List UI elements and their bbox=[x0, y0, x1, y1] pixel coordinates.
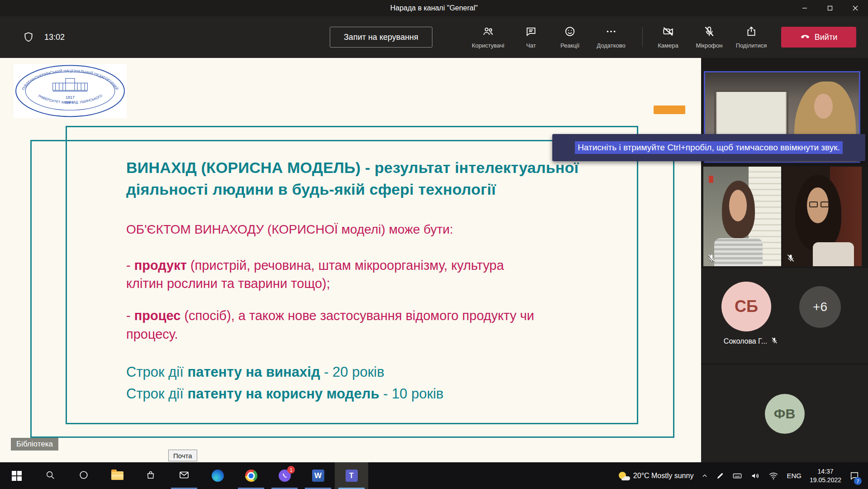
university-emblem: ПІВДЕННОУКРАЇНСЬКИЙ НАЦІОНАЛЬНИЙ ПЕДАГОГ… bbox=[14, 64, 127, 118]
folder-icon bbox=[111, 471, 123, 480]
shared-screen-slide: ПІВДЕННОУКРАЇНСЬКИЙ НАЦІОНАЛЬНИЙ ПЕДАГОГ… bbox=[0, 58, 701, 462]
camera-off-icon bbox=[662, 26, 674, 39]
svg-text:ОДЕСА: ОДЕСА bbox=[65, 101, 76, 104]
ellipsis-icon bbox=[605, 26, 617, 39]
meeting-timer: 13:02 bbox=[44, 33, 65, 42]
share-icon bbox=[745, 26, 757, 39]
tray-date: 19.05.2022 bbox=[810, 476, 841, 484]
viber-button[interactable]: 1 bbox=[268, 462, 301, 489]
participants-panel: СБ +6 Соколова Г... ФВ bbox=[701, 58, 868, 462]
cortana-button[interactable] bbox=[67, 462, 100, 489]
slide-patent-terms: Строк дії патенту на винахід - 20 років … bbox=[126, 361, 642, 405]
network-icon[interactable] bbox=[764, 462, 783, 489]
accreditation-badge bbox=[654, 105, 685, 114]
cortana-icon bbox=[79, 470, 89, 482]
mail-tooltip: Почта bbox=[168, 450, 197, 461]
envelope-icon bbox=[179, 470, 190, 482]
leave-meeting-button[interactable]: Вийти bbox=[781, 27, 856, 48]
muted-mic-icon bbox=[771, 337, 778, 346]
action-center-button[interactable]: 7 bbox=[845, 462, 863, 489]
close-button[interactable] bbox=[843, 0, 868, 16]
weather-text: 20°C Mostly sunny bbox=[633, 472, 694, 480]
slide-product-paragraph: - продукт (пристрій, речовина, штам мікр… bbox=[126, 256, 642, 293]
mic-toggle-button[interactable]: Мікрофон bbox=[688, 26, 730, 49]
more-options-button[interactable]: Додатково bbox=[590, 26, 632, 49]
window-title: Нарада в каналі "General" bbox=[390, 4, 478, 12]
store-bag-icon bbox=[146, 470, 156, 482]
video-tile-3[interactable] bbox=[783, 167, 862, 266]
edge-icon bbox=[212, 470, 224, 482]
library-label: Бібліотека bbox=[11, 438, 58, 451]
microsoft-store-button[interactable] bbox=[134, 462, 167, 489]
teams-button[interactable]: T bbox=[335, 462, 368, 489]
window-controls bbox=[792, 0, 868, 16]
participant-name: Соколова Г... bbox=[724, 337, 767, 345]
avatar: ФВ bbox=[765, 394, 805, 434]
search-icon bbox=[45, 470, 55, 482]
hangup-icon bbox=[800, 31, 810, 43]
muted-mic-icon bbox=[786, 254, 795, 263]
mail-app-button[interactable] bbox=[167, 462, 201, 489]
word-button[interactable]: W bbox=[301, 462, 335, 489]
camera-toggle-button[interactable]: Камера bbox=[647, 26, 689, 49]
video3-glasses-right bbox=[821, 201, 829, 207]
video2-person-body bbox=[714, 238, 763, 266]
windows-logo-icon bbox=[12, 471, 22, 481]
pen-icon[interactable] bbox=[712, 462, 728, 489]
touch-keyboard-icon[interactable] bbox=[728, 462, 746, 489]
minimize-button[interactable] bbox=[792, 0, 817, 16]
tray-time: 14:37 bbox=[817, 467, 833, 475]
request-control-button[interactable]: Запит на керування bbox=[330, 27, 432, 48]
meeting-stage: ПІВДЕННОУКРАЇНСЬКИЙ НАЦІОНАЛЬНИЙ ПЕДАГОГ… bbox=[0, 58, 868, 462]
smiley-icon bbox=[564, 26, 576, 39]
weather-sun-icon bbox=[619, 471, 630, 481]
taskbar-search-button[interactable] bbox=[33, 462, 67, 489]
maximize-button[interactable] bbox=[817, 0, 843, 16]
notification-count-badge: 7 bbox=[854, 477, 862, 485]
muted-mic-icon bbox=[707, 254, 716, 263]
start-button[interactable] bbox=[0, 462, 33, 489]
tray-overflow-chevron[interactable] bbox=[697, 462, 712, 489]
chrome-icon bbox=[245, 470, 257, 482]
teams-meeting-window: Нарада в каналі "General" 13:02 Запит на… bbox=[0, 0, 868, 489]
participants-button[interactable]: Користувачі bbox=[467, 26, 509, 49]
overflow-participants-badge[interactable]: +6 bbox=[799, 286, 841, 328]
chat-button[interactable]: Чат bbox=[510, 26, 552, 49]
mic-off-icon bbox=[703, 26, 715, 39]
clock-widget[interactable]: 14:37 19.05.2022 bbox=[806, 462, 845, 489]
video-tile-2[interactable] bbox=[703, 167, 781, 266]
slide-heading: ВИНАХІД (КОРИСНА МОДЕЛЬ) - результат інт… bbox=[126, 157, 642, 201]
windows-taskbar: 1 W T 20°C Mostly sunny bbox=[0, 462, 868, 489]
teams-icon: T bbox=[346, 470, 358, 482]
meeting-toolbar: 13:02 Запит на керування Користувачі Чат… bbox=[0, 16, 868, 58]
people-icon bbox=[482, 26, 494, 39]
titlebar: Нарада в каналі "General" bbox=[0, 0, 868, 16]
reactions-button[interactable]: Реакції bbox=[549, 26, 591, 49]
video3-glasses-left bbox=[809, 201, 818, 207]
slide-object-line: ОБ'ЄКТОМ ВИНАХОДУ (КОРИСНОЇ моделі) може… bbox=[126, 221, 642, 238]
slide-body: ВИНАХІД (КОРИСНА МОДЕЛЬ) - результат інт… bbox=[126, 157, 642, 405]
toolbar-divider bbox=[642, 27, 643, 47]
file-explorer-button[interactable] bbox=[100, 462, 134, 489]
participant-tile-fv[interactable]: ФВ bbox=[701, 365, 868, 462]
svg-text:1817: 1817 bbox=[66, 95, 75, 100]
viber-unread-badge: 1 bbox=[287, 466, 295, 474]
shield-icon bbox=[23, 31, 34, 45]
language-indicator[interactable]: ENG bbox=[783, 462, 806, 489]
word-icon: W bbox=[312, 470, 324, 482]
chat-icon bbox=[525, 26, 537, 39]
avatar: СБ bbox=[721, 282, 771, 331]
weather-widget[interactable]: 20°C Mostly sunny bbox=[615, 462, 698, 489]
participant-name-row: Соколова Г... bbox=[701, 337, 801, 346]
volume-icon[interactable] bbox=[746, 462, 764, 489]
participant-tile-sokolova[interactable]: СБ +6 Соколова Г... bbox=[701, 268, 868, 363]
slide-process-paragraph: - процес (спосіб), а також нове застосув… bbox=[126, 307, 642, 343]
video3-person-body bbox=[813, 242, 854, 266]
edge-button[interactable] bbox=[201, 462, 234, 489]
unmute-tooltip: Натисніть і втримуйте Ctrl+пробіл, щоб т… bbox=[552, 134, 865, 161]
video2-person-face bbox=[729, 190, 747, 221]
system-tray: 20°C Mostly sunny ENG 14:37 bbox=[615, 462, 868, 489]
share-screen-button[interactable]: Поділитися bbox=[730, 26, 772, 49]
video2-wall-clock bbox=[709, 176, 713, 183]
chrome-button[interactable] bbox=[234, 462, 268, 489]
